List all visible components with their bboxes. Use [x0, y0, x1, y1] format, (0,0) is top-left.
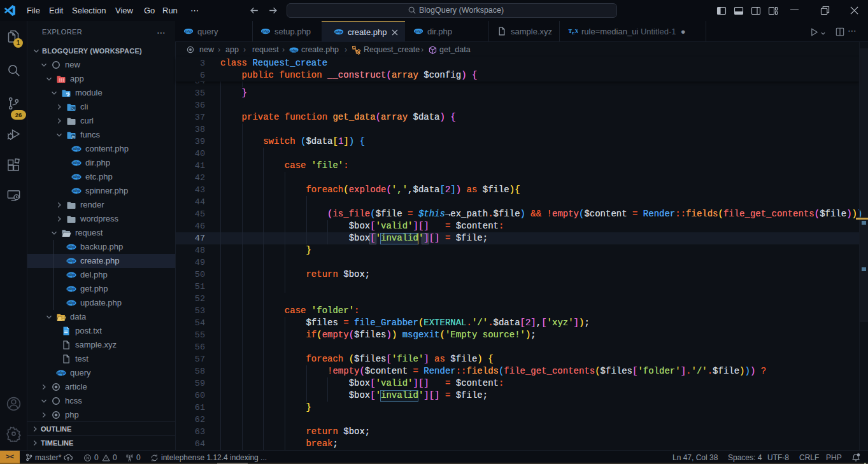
svg-text:php: php	[72, 146, 80, 151]
svg-text:TEX: TEX	[568, 28, 578, 35]
svg-text:php: php	[57, 370, 65, 376]
svg-text:php: php	[414, 29, 422, 33]
svg-text:php: php	[72, 174, 80, 179]
svg-text:php: php	[67, 258, 75, 264]
svg-text:fx: fx	[71, 134, 75, 139]
svg-text:php: php	[184, 29, 192, 33]
svg-text:php: php	[67, 244, 75, 250]
svg-text:php: php	[67, 272, 75, 278]
svg-text:php: php	[334, 29, 342, 34]
svg-text:php: php	[67, 286, 75, 292]
svg-text:php: php	[72, 188, 80, 193]
svg-text:php: php	[261, 29, 269, 33]
svg-text:php: php	[67, 300, 75, 306]
svg-text:php: php	[72, 160, 80, 165]
svg-text:php: php	[290, 48, 297, 52]
